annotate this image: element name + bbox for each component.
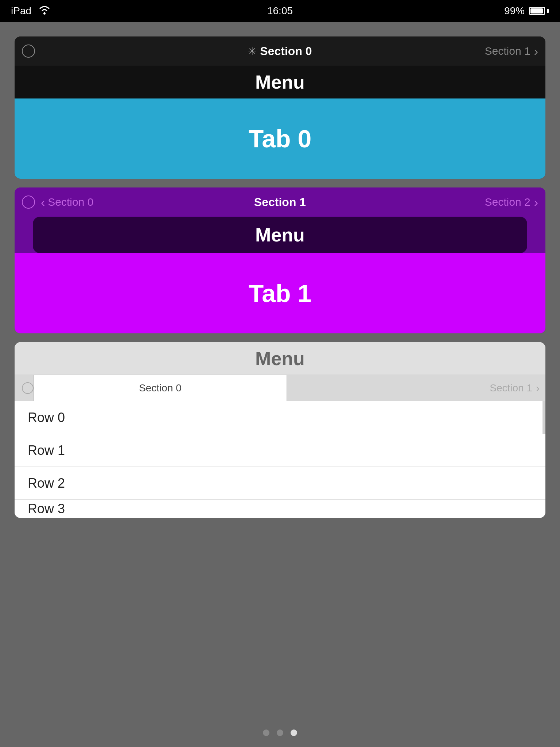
widget-purple: ‹ Section 0 Section 1 Section 2 › Menu T… xyxy=(15,187,545,333)
seg-next-label-2: Section 2 xyxy=(485,196,530,208)
battery-percent: 99% xyxy=(504,5,525,17)
seg-active-label-1: Section 0 xyxy=(260,44,312,58)
page-dot-1[interactable] xyxy=(277,729,283,736)
menu-bar-1: Menu xyxy=(15,66,545,98)
seg-section1-label: Section 1 xyxy=(490,382,532,394)
seg-right-2[interactable]: Section 2 › xyxy=(485,195,538,209)
row-label-2: Row 2 xyxy=(28,476,65,491)
table-row[interactable]: Row 2 xyxy=(15,467,545,500)
menu-title-2: Menu xyxy=(255,224,305,246)
segmented-bar-2[interactable]: ‹ Section 0 Section 1 Section 2 › xyxy=(15,187,545,217)
menu-bar-2: Menu xyxy=(33,217,527,253)
widget-light-table: Menu Section 0 Section 1 › Row 0 Row 1 R… xyxy=(15,342,545,518)
tab-title-0: Tab 0 xyxy=(249,124,312,153)
carrier-label: iPad xyxy=(11,5,31,17)
seg-chevron-right-1: › xyxy=(534,44,538,58)
seg-section1-light[interactable]: Section 1 › xyxy=(287,382,545,394)
scroll-indicator xyxy=(542,401,545,434)
seg-prev-label-2: Section 0 xyxy=(48,196,93,208)
seg-active-label-2: Section 1 xyxy=(254,196,306,209)
page-dot-2[interactable] xyxy=(291,729,297,736)
seg-active-2: Section 1 xyxy=(254,196,306,209)
tab-title-1: Tab 1 xyxy=(249,279,312,307)
segmented-bar-3[interactable]: Section 0 Section 1 › xyxy=(15,375,545,401)
seg-prev-2[interactable]: ‹ Section 0 xyxy=(41,195,93,209)
status-left: iPad xyxy=(11,5,51,18)
wifi-icon xyxy=(38,5,51,18)
seg-chevron-right-2: › xyxy=(534,195,538,209)
page-dot-0[interactable] xyxy=(263,729,269,736)
svg-point-0 xyxy=(43,12,46,15)
status-time: 16:05 xyxy=(267,5,293,17)
main-container: ✳ Section 0 Section 1 › Menu Tab 0 ‹ Sec… xyxy=(0,22,560,747)
seg-active-section-1: ✳ Section 0 xyxy=(248,44,312,58)
seg-next-label-1: Section 1 xyxy=(485,45,530,57)
status-bar: iPad 16:05 99% xyxy=(0,0,560,22)
menu-title-3: Menu xyxy=(255,348,305,369)
segmented-bar-1[interactable]: ✳ Section 0 Section 1 › xyxy=(15,36,545,66)
table-body: Row 0 Row 1 Row 2 Row 3 xyxy=(15,401,545,518)
seg-circle-3 xyxy=(22,382,34,394)
table-row[interactable]: Row 0 xyxy=(15,401,545,434)
table-row-partial: Row 3 xyxy=(15,500,545,518)
tab-1[interactable]: Tab 1 xyxy=(15,253,545,333)
table-row[interactable]: Row 1 xyxy=(15,434,545,467)
row-label-1: Row 1 xyxy=(28,443,65,458)
page-dots xyxy=(263,729,297,736)
battery-icon xyxy=(529,7,549,15)
seg-asterisk-icon: ✳ xyxy=(248,45,256,57)
seg-section0-light[interactable]: Section 0 xyxy=(34,375,287,401)
seg-section0-label: Section 0 xyxy=(139,382,182,394)
row-label-3: Row 3 xyxy=(28,501,65,516)
tab-0[interactable]: Tab 0 xyxy=(15,98,545,179)
seg-circle-2 xyxy=(22,196,35,209)
widget-dark-cyan: ✳ Section 0 Section 1 › Menu Tab 0 xyxy=(15,36,545,179)
row-label-0: Row 0 xyxy=(28,410,65,425)
seg-chevron-left-2: ‹ xyxy=(41,195,45,209)
seg-right-section-1[interactable]: Section 1 › xyxy=(485,44,538,58)
menu-title-1: Menu xyxy=(255,71,305,93)
seg-chevron-3: › xyxy=(536,382,540,394)
status-right: 99% xyxy=(504,5,549,17)
seg-circle-1 xyxy=(22,44,35,58)
menu-bar-3: Menu xyxy=(15,342,545,375)
